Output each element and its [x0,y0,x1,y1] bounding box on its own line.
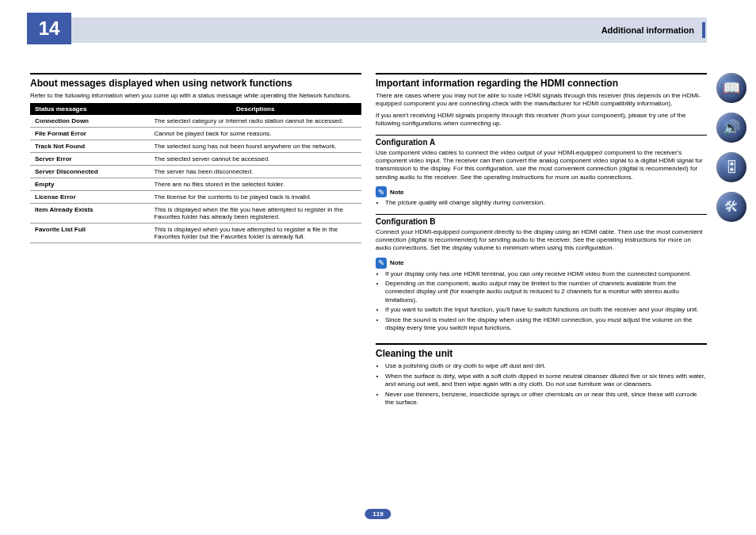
list-item: Since the sound is muted on the display … [385,316,707,333]
hdmi-intro-1: There are cases where you may not be abl… [376,92,707,109]
note-a-list: The picture quality will change slightly… [376,199,707,207]
table-row: License ErrorThe license for the content… [30,191,361,204]
col-header-desc: Descriptions [149,103,361,115]
list-item: Never use thinners, benzene, insecticide… [385,391,707,407]
status-cell: File Format Error [30,128,149,140]
chapter-number: 14 [27,13,71,44]
table-row: File Format ErrorCannot be played back f… [30,128,361,140]
hdmi-intro-2: If you aren't receiving HDMI signals pro… [376,112,707,128]
cleaning-list: Use a polishing cloth or dry cloth to wi… [376,362,707,407]
book-icon[interactable]: 📖 [716,73,746,103]
side-nav-icons: 📖 🔊 🎛 🛠 [716,73,746,222]
status-cell: License Error [30,191,149,204]
table-row: Server ErrorThe selected server cannot b… [30,153,361,166]
note-b-list: If your display only has one HDMI termin… [376,270,707,333]
tools-icon[interactable]: 🛠 [716,192,746,222]
desc-cell: Cannot be played back for some reasons. [149,128,361,140]
note-label: Note [390,259,404,266]
header-bar: 14 Additional information [30,17,707,43]
section-heading-hdmi: Important information regarding the HDMI… [376,73,707,89]
status-cell: Server Error [30,153,149,166]
list-item: The picture quality will change slightly… [385,199,707,207]
table-row: Track Not FoundThe selected song has not… [30,140,361,153]
desc-cell: There are no files stored in the selecte… [149,178,361,191]
table-row: Favorite List FullThis is displayed when… [30,224,361,243]
table-row: EmptyThere are no files stored in the se… [30,178,361,191]
section-heading-cleaning: Cleaning the unit [376,343,707,359]
status-cell: Track Not Found [30,140,149,153]
desc-cell: This is displayed when the file you have… [149,204,361,224]
status-cell: Item Already Exists [30,204,149,224]
pencil-icon: ✎ [376,258,387,269]
header-accent [702,22,705,38]
config-b-heading: Configuration B [376,214,707,226]
status-cell: Favorite List Full [30,224,149,243]
desc-cell: The selected category or Internet radio … [149,115,361,128]
page-number: 119 [365,509,391,519]
desc-cell: This is displayed when you have attempte… [149,224,361,243]
status-cell: Server Disconnected [30,166,149,178]
list-item: When the surface is dirty, wipe with a s… [385,373,707,389]
status-cell: Empty [30,178,149,191]
status-messages-table: Status messages Descriptions Connection … [30,103,361,243]
table-row: Connection DownThe selected category or … [30,115,361,128]
config-b-text: Connect your HDMI-equipped component dir… [376,228,707,253]
list-item: If you want to switch the input function… [385,306,707,314]
left-column: About messages displayed when using netw… [30,73,361,410]
table-row: Item Already ExistsThis is displayed whe… [30,204,361,224]
list-item: If your display only has one HDMI termin… [385,270,707,278]
status-cell: Connection Down [30,115,149,128]
desc-cell: The selected song has not been found any… [149,140,361,153]
desc-cell: The server has been disconnected. [149,166,361,178]
pencil-icon: ✎ [376,186,387,197]
note-block-b: ✎ Note [376,258,707,269]
config-a-text: Use component video cables to connect th… [376,149,707,182]
note-label: Note [390,189,404,196]
config-a-heading: Configuration A [376,135,707,147]
section-heading-network: About messages displayed when using netw… [30,73,361,89]
col-header-status: Status messages [30,103,149,115]
intro-text: Refer to the following information when … [30,92,361,100]
header-title: Additional information [601,25,694,35]
table-row: Server DisconnectedThe server has been d… [30,166,361,178]
content: About messages displayed when using netw… [30,73,707,410]
list-item: Depending on the component, audio output… [385,280,707,304]
right-column: Important information regarding the HDMI… [376,73,707,410]
speaker-icon[interactable]: 🔊 [716,113,746,143]
note-block-a: ✎ Note [376,186,707,197]
list-item: Use a polishing cloth or dry cloth to wi… [385,362,707,370]
remote-icon[interactable]: 🎛 [716,152,746,182]
desc-cell: The license for the contents to be playe… [149,191,361,204]
desc-cell: The selected server cannot be accessed. [149,153,361,166]
